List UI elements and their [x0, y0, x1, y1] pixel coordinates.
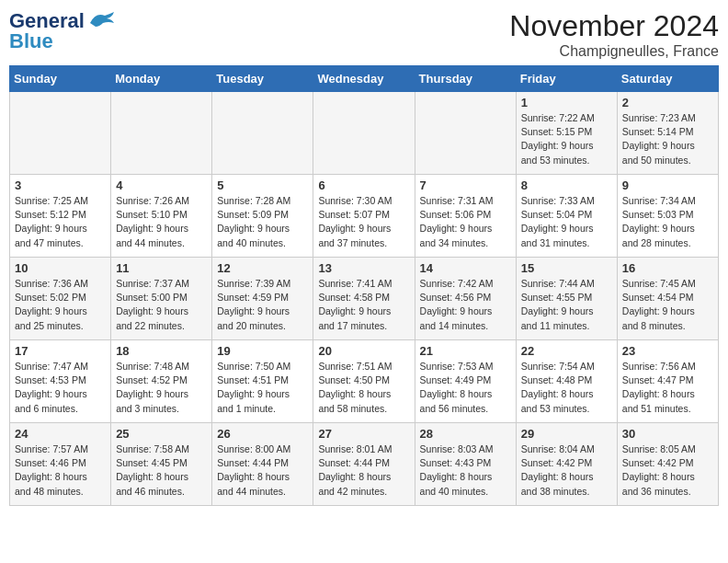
calendar-cell: 14Sunrise: 7:42 AM Sunset: 4:56 PM Dayli… — [415, 258, 516, 340]
day-info: Sunrise: 7:42 AM Sunset: 4:56 PM Dayligh… — [420, 277, 511, 333]
day-number: 30 — [622, 427, 713, 441]
day-info: Sunrise: 8:03 AM Sunset: 4:43 PM Dayligh… — [420, 442, 511, 499]
calendar-cell: 26Sunrise: 8:00 AM Sunset: 4:44 PM Dayli… — [212, 423, 313, 506]
calendar-header-row: SundayMondayTuesdayWednesdayThursdayFrid… — [10, 66, 719, 92]
day-number: 27 — [318, 427, 409, 441]
calendar-cell: 17Sunrise: 7:47 AM Sunset: 4:53 PM Dayli… — [10, 340, 111, 423]
calendar-cell — [212, 92, 313, 175]
day-info: Sunrise: 7:31 AM Sunset: 5:06 PM Dayligh… — [420, 194, 511, 250]
day-number: 29 — [521, 427, 612, 441]
day-number: 3 — [15, 178, 106, 192]
calendar-cell: 4Sunrise: 7:26 AM Sunset: 5:10 PM Daylig… — [111, 175, 212, 258]
calendar-cell: 11Sunrise: 7:37 AM Sunset: 5:00 PM Dayli… — [111, 258, 212, 340]
day-number: 26 — [217, 427, 308, 441]
day-of-week-header: Sunday — [10, 66, 111, 92]
calendar-cell: 7Sunrise: 7:31 AM Sunset: 5:06 PM Daylig… — [415, 175, 516, 258]
calendar-cell: 3Sunrise: 7:25 AM Sunset: 5:12 PM Daylig… — [10, 175, 111, 258]
day-number: 13 — [318, 261, 409, 275]
day-of-week-header: Friday — [516, 66, 617, 92]
day-info: Sunrise: 7:36 AM Sunset: 5:02 PM Dayligh… — [15, 277, 106, 333]
day-of-week-header: Saturday — [617, 66, 718, 92]
day-info: Sunrise: 7:37 AM Sunset: 5:00 PM Dayligh… — [116, 277, 207, 333]
day-info: Sunrise: 8:00 AM Sunset: 4:44 PM Dayligh… — [217, 442, 308, 499]
calendar-cell: 1Sunrise: 7:22 AM Sunset: 5:15 PM Daylig… — [516, 92, 617, 175]
calendar-cell: 6Sunrise: 7:30 AM Sunset: 5:07 PM Daylig… — [313, 175, 415, 258]
calendar-cell: 25Sunrise: 7:58 AM Sunset: 4:45 PM Dayli… — [111, 423, 212, 506]
day-number: 12 — [217, 261, 308, 275]
day-of-week-header: Monday — [111, 66, 212, 92]
day-number: 10 — [15, 261, 106, 275]
day-info: Sunrise: 7:54 AM Sunset: 4:48 PM Dayligh… — [521, 360, 612, 416]
day-info: Sunrise: 7:45 AM Sunset: 4:54 PM Dayligh… — [622, 277, 713, 333]
day-number: 22 — [521, 344, 612, 358]
day-info: Sunrise: 7:33 AM Sunset: 5:04 PM Dayligh… — [521, 194, 612, 250]
day-number: 18 — [116, 344, 207, 358]
day-number: 5 — [217, 178, 308, 192]
calendar-week-row: 24Sunrise: 7:57 AM Sunset: 4:46 PM Dayli… — [10, 423, 719, 506]
calendar-table: SundayMondayTuesdayWednesdayThursdayFrid… — [9, 65, 719, 506]
calendar-cell — [10, 92, 111, 175]
day-info: Sunrise: 7:26 AM Sunset: 5:10 PM Dayligh… — [116, 194, 207, 250]
day-number: 1 — [521, 96, 612, 109]
day-info: Sunrise: 8:05 AM Sunset: 4:42 PM Dayligh… — [622, 442, 713, 499]
day-info: Sunrise: 7:58 AM Sunset: 4:45 PM Dayligh… — [116, 442, 207, 499]
day-number: 23 — [622, 344, 713, 358]
day-info: Sunrise: 7:39 AM Sunset: 4:59 PM Dayligh… — [217, 277, 308, 333]
day-info: Sunrise: 7:23 AM Sunset: 5:14 PM Dayligh… — [622, 111, 713, 167]
day-number: 7 — [420, 178, 511, 192]
calendar-cell: 15Sunrise: 7:44 AM Sunset: 4:55 PM Dayli… — [516, 258, 617, 340]
calendar-cell: 8Sunrise: 7:33 AM Sunset: 5:04 PM Daylig… — [516, 175, 617, 258]
day-info: Sunrise: 7:53 AM Sunset: 4:49 PM Dayligh… — [420, 360, 511, 416]
calendar-cell: 28Sunrise: 8:03 AM Sunset: 4:43 PM Dayli… — [415, 423, 516, 506]
day-of-week-header: Wednesday — [313, 66, 415, 92]
day-of-week-header: Thursday — [415, 66, 516, 92]
month-title: November 2024 — [509, 9, 719, 43]
day-info: Sunrise: 7:56 AM Sunset: 4:47 PM Dayligh… — [622, 360, 713, 416]
calendar-cell — [415, 92, 516, 175]
day-info: Sunrise: 7:57 AM Sunset: 4:46 PM Dayligh… — [15, 442, 106, 499]
calendar-week-row: 17Sunrise: 7:47 AM Sunset: 4:53 PM Dayli… — [10, 340, 719, 423]
calendar-cell: 21Sunrise: 7:53 AM Sunset: 4:49 PM Dayli… — [415, 340, 516, 423]
calendar-cell: 22Sunrise: 7:54 AM Sunset: 4:48 PM Dayli… — [516, 340, 617, 423]
day-number: 8 — [521, 178, 612, 192]
day-of-week-header: Tuesday — [212, 66, 313, 92]
title-block: November 2024 Champigneulles, France — [509, 9, 719, 60]
day-number: 15 — [521, 261, 612, 275]
calendar-week-row: 3Sunrise: 7:25 AM Sunset: 5:12 PM Daylig… — [10, 175, 719, 258]
day-info: Sunrise: 8:01 AM Sunset: 4:44 PM Dayligh… — [318, 442, 409, 499]
day-info: Sunrise: 7:41 AM Sunset: 4:58 PM Dayligh… — [318, 277, 409, 333]
day-number: 24 — [15, 427, 106, 441]
calendar-week-row: 10Sunrise: 7:36 AM Sunset: 5:02 PM Dayli… — [10, 258, 719, 340]
day-number: 16 — [622, 261, 713, 275]
calendar-cell: 13Sunrise: 7:41 AM Sunset: 4:58 PM Dayli… — [313, 258, 415, 340]
day-info: Sunrise: 7:30 AM Sunset: 5:07 PM Dayligh… — [318, 194, 409, 250]
calendar-cell — [313, 92, 415, 175]
day-number: 11 — [116, 261, 207, 275]
day-number: 4 — [116, 178, 207, 192]
day-info: Sunrise: 7:28 AM Sunset: 5:09 PM Dayligh… — [217, 194, 308, 250]
day-info: Sunrise: 7:34 AM Sunset: 5:03 PM Dayligh… — [622, 194, 713, 250]
calendar-header: General Blue November 2024 Champigneulle… — [9, 9, 719, 60]
day-number: 20 — [318, 344, 409, 358]
calendar-cell: 10Sunrise: 7:36 AM Sunset: 5:02 PM Dayli… — [10, 258, 111, 340]
day-number: 6 — [318, 178, 409, 192]
calendar-cell: 5Sunrise: 7:28 AM Sunset: 5:09 PM Daylig… — [212, 175, 313, 258]
calendar-cell — [111, 92, 212, 175]
day-number: 19 — [217, 344, 308, 358]
day-number: 17 — [15, 344, 106, 358]
calendar-cell: 12Sunrise: 7:39 AM Sunset: 4:59 PM Dayli… — [212, 258, 313, 340]
day-number: 28 — [420, 427, 511, 441]
day-number: 25 — [116, 427, 207, 441]
calendar-cell: 27Sunrise: 8:01 AM Sunset: 4:44 PM Dayli… — [313, 423, 415, 506]
day-number: 2 — [622, 96, 713, 109]
day-info: Sunrise: 7:48 AM Sunset: 4:52 PM Dayligh… — [116, 360, 207, 416]
calendar-cell: 19Sunrise: 7:50 AM Sunset: 4:51 PM Dayli… — [212, 340, 313, 423]
day-info: Sunrise: 7:50 AM Sunset: 4:51 PM Dayligh… — [217, 360, 308, 416]
day-info: Sunrise: 7:44 AM Sunset: 4:55 PM Dayligh… — [521, 277, 612, 333]
logo-bird-icon — [86, 10, 116, 30]
day-info: Sunrise: 7:51 AM Sunset: 4:50 PM Dayligh… — [318, 360, 409, 416]
location-title: Champigneulles, France — [509, 43, 719, 60]
day-number: 21 — [420, 344, 511, 358]
day-number: 14 — [420, 261, 511, 275]
calendar-cell: 20Sunrise: 7:51 AM Sunset: 4:50 PM Dayli… — [313, 340, 415, 423]
